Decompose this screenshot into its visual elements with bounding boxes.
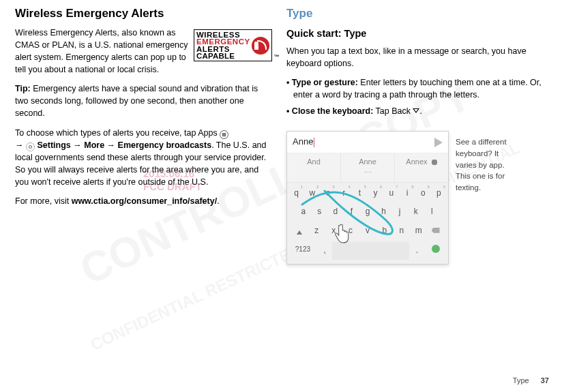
wea-intro: Wireless Emergency Alerts, also known as… [15, 27, 188, 76]
key-j[interactable]: j [391, 203, 408, 220]
ellipsis: ⋯ [364, 168, 372, 177]
tip-text: Emergency alerts have a special sound an… [15, 84, 258, 118]
send-icon[interactable] [434, 138, 443, 147]
key-k[interactable]: k [408, 203, 424, 220]
key-s[interactable]: s [312, 203, 328, 220]
key-shift[interactable] [291, 222, 308, 241]
key-backspace[interactable] [427, 222, 444, 241]
text-cursor [314, 138, 314, 147]
subheading-quickstart: Quick start: Type [286, 27, 546, 41]
choose-paragraph: To choose which types of alerts you rece… [15, 127, 267, 189]
key-b[interactable]: b [376, 222, 393, 241]
key-r[interactable]: r [336, 185, 352, 202]
keyboard[interactable]: q w e r t y u i o p a s d [287, 183, 448, 264]
bullet-close-keyboard: Close the keyboard: Tap Back . [286, 105, 546, 117]
key-g[interactable]: g [359, 203, 376, 220]
choose-pre: To choose which types of alerts you rece… [15, 128, 220, 138]
tip-paragraph: Tip: Emergency alerts have a special sou… [15, 82, 267, 119]
keyboard-note: See a different keyboard? It varies by a… [456, 136, 520, 193]
more-pre: For more, visit [15, 196, 72, 206]
key-t[interactable]: t [352, 185, 368, 202]
key-a[interactable]: a [295, 203, 312, 220]
footer-page: 37 [541, 376, 549, 385]
arrow3: → [104, 140, 117, 150]
type-intro: When you tap a text box, like in a messa… [286, 45, 546, 70]
suggestion-2[interactable]: Anne⋯ [341, 153, 395, 182]
shift-icon [297, 225, 302, 235]
key-row-1: q w e r t y u i o p [288, 185, 447, 202]
key-comma[interactable]: , [317, 242, 333, 259]
footer-section: Type [513, 376, 529, 385]
tip-label: Tip: [15, 84, 31, 93]
key-l[interactable]: l [424, 203, 441, 220]
key-i[interactable]: i [399, 185, 415, 202]
key-w[interactable]: w [304, 185, 320, 202]
bullet-type-gesture: Type or gesture: Enter letters by touchi… [286, 76, 546, 101]
key-e[interactable]: e [320, 185, 336, 202]
b2-post: . [419, 106, 421, 116]
smile-icon [432, 245, 440, 253]
mic-icon[interactable] [432, 160, 437, 165]
key-u[interactable]: u [383, 185, 399, 202]
key-row-4: ?123 , . [288, 242, 447, 259]
key-space[interactable] [332, 242, 409, 259]
b2-text: Tap Back [373, 106, 413, 116]
suggestion-bar[interactable]: And Anne⋯ Annex [287, 153, 448, 183]
phone-keyboard-mock: Anne And Anne⋯ Annex q w e r t y [286, 131, 449, 264]
wea-logo: WIRELESS EMERGENCY ALERTS CAPABLE ™ [194, 29, 267, 61]
heading-wea: Wireless Emergency Alerts [15, 5, 267, 22]
key-h[interactable]: h [376, 203, 392, 220]
key-z[interactable]: z [308, 222, 325, 241]
key-p[interactable]: p [431, 185, 447, 202]
key-n[interactable]: n [393, 222, 410, 241]
b1-label: Type or gesture: [292, 78, 358, 87]
settings-label: Settings [37, 140, 70, 150]
arrow1: → [15, 140, 26, 150]
key-q[interactable]: q [288, 185, 304, 202]
gear-icon [26, 142, 35, 151]
heading-type: Type [286, 5, 546, 22]
logo-word-capable: CAPABLE [196, 52, 250, 60]
key-m[interactable]: m [410, 222, 427, 241]
hand-pointer-icon [333, 222, 353, 244]
key-symbols[interactable]: ?123 [288, 242, 317, 259]
b2-label: Close the keyboard: [292, 106, 373, 116]
signal-icon [252, 37, 269, 55]
more-link: www.ctia.org/consumer_info/safety/ [72, 196, 217, 206]
key-y[interactable]: y [368, 185, 383, 202]
page-footer: Type 37 [513, 376, 549, 387]
back-triangle-icon [413, 108, 419, 113]
eb-label: Emergency broadcasts [118, 140, 212, 150]
key-row-2: a s d f g h j k l [288, 203, 447, 220]
key-d[interactable]: d [327, 203, 344, 220]
more-label: More [84, 140, 104, 150]
backspace-icon [432, 228, 440, 233]
text-input-row[interactable]: Anne [287, 132, 448, 153]
trademark: ™ [274, 53, 280, 61]
more-paragraph: For more, visit www.ctia.org/consumer_in… [15, 195, 267, 207]
key-row-3: z x c v b n m [288, 222, 447, 241]
key-f[interactable]: f [344, 203, 360, 220]
suggestion-3[interactable]: Annex [395, 153, 448, 182]
key-v[interactable]: v [359, 222, 376, 241]
arrow2: → [71, 140, 84, 150]
more-post: . [217, 196, 219, 206]
key-emoji[interactable] [425, 242, 447, 259]
key-o[interactable]: o [415, 185, 431, 202]
input-text: Anne [293, 136, 313, 147]
apps-icon [220, 130, 228, 139]
suggestion-1[interactable]: And [287, 153, 341, 182]
key-period[interactable]: . [409, 242, 425, 259]
